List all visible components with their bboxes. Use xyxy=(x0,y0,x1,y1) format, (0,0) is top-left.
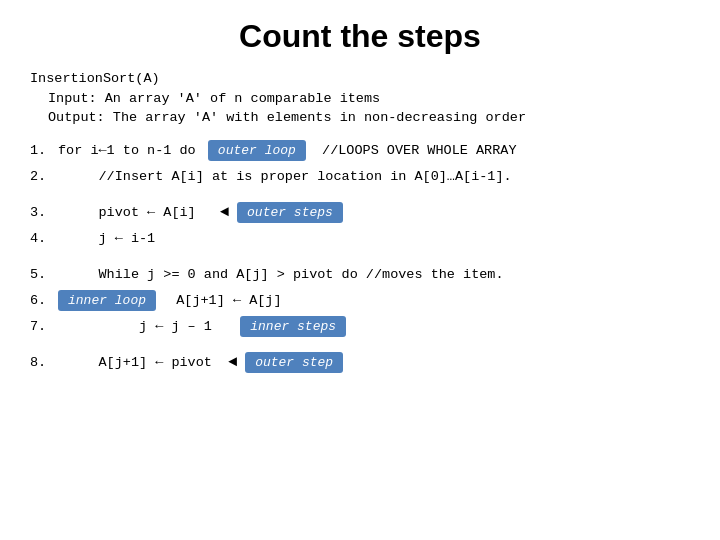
code-line-1: 1. for i←1 to n-1 do outer loop //LOOPS … xyxy=(30,138,690,164)
outer-steps-label: outer steps xyxy=(237,202,343,223)
code-text-2: //Insert A[i] at is proper location in A… xyxy=(58,169,512,184)
code-line-3: 3. pivot ← A[i] ◄ outer steps xyxy=(30,200,690,226)
line-num-7: 7. xyxy=(30,319,58,334)
inner-loop-label: inner loop xyxy=(58,290,156,311)
code-line-6: 6. inner loop A[j+1] ← A[j] xyxy=(30,288,690,314)
code-text-3: pivot ← A[i] xyxy=(58,205,220,220)
code-line-2: 2. //Insert A[i] at is proper location i… xyxy=(30,164,690,190)
code-line-8: 8. A[j+1] ← pivot ◄ outer step xyxy=(30,350,690,376)
code-line-7: 7. j ← j – 1 inner steps xyxy=(30,314,690,340)
code-text-8: A[j+1] ← pivot xyxy=(58,355,228,370)
outer-step-label: outer step xyxy=(245,352,343,373)
outer-loop-label: outer loop xyxy=(208,140,306,161)
code-comment-1: //LOOPS OVER WHOLE ARRAY xyxy=(306,143,517,158)
inner-steps-label: inner steps xyxy=(240,316,346,337)
line-num-1: 1. xyxy=(30,143,58,158)
line-num-5: 5. xyxy=(30,267,58,282)
page: Count the steps InsertionSort(A) Input: … xyxy=(0,0,720,540)
code-text-7: j ← j – 1 xyxy=(58,319,236,334)
algo-header: InsertionSort(A) Input: An array 'A' of … xyxy=(30,69,690,128)
code-text-4: j ← i-1 xyxy=(58,231,155,246)
line-num-4: 4. xyxy=(30,231,58,246)
header-line1: InsertionSort(A) xyxy=(30,69,690,89)
arrow-8: ◄ xyxy=(228,354,237,371)
line-num-8: 8. xyxy=(30,355,58,370)
code-line-4: 4. j ← i-1 xyxy=(30,226,690,252)
page-title: Count the steps xyxy=(30,18,690,55)
header-line3: Output: The array 'A' with elements in n… xyxy=(48,108,690,128)
code-line-5: 5. While j >= 0 and A[j] > pivot do //mo… xyxy=(30,262,690,288)
code-text-1: for i←1 to n-1 do xyxy=(58,143,204,158)
arrow-3: ◄ xyxy=(220,204,229,221)
line-num-6: 6. xyxy=(30,293,58,308)
code-block: 1. for i←1 to n-1 do outer loop //LOOPS … xyxy=(30,138,690,376)
header-line2: Input: An array 'A' of n comparable item… xyxy=(48,89,690,109)
code-text-6: A[j+1] ← A[j] xyxy=(160,293,282,308)
code-text-5: While j >= 0 and A[j] > pivot do //moves… xyxy=(58,267,504,282)
line-num-3: 3. xyxy=(30,205,58,220)
line-num-2: 2. xyxy=(30,169,58,184)
